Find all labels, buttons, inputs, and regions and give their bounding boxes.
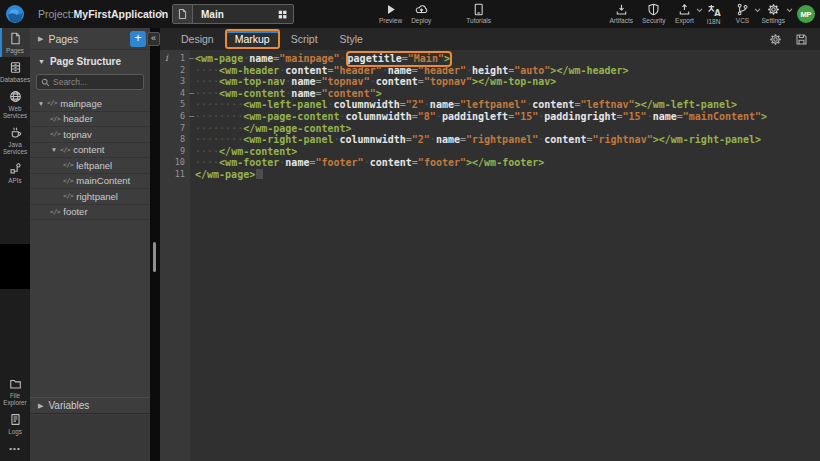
action-label: Tutorials [466,17,491,24]
gutter-info-marker: i [165,53,168,65]
code-text: <wm-page·name="mainpage"·pagetitle="Main… [190,53,453,65]
i18n-button[interactable]: AI18N [702,1,726,25]
tree-item-header[interactable]: </>header [30,112,150,128]
tree-item-mainpage[interactable]: ▼</>mainpage [30,96,150,112]
tree-item-topnav[interactable]: </>topnav [30,127,150,143]
gutter-cell[interactable]: 9 [160,146,190,158]
fold-toggle-icon[interactable]: ─ [189,111,194,123]
code-line-11: 11</wm-page> [160,169,820,181]
sidebar-item-pages[interactable]: Pages [0,28,30,57]
chevron-down-icon[interactable]: ▼ [49,146,59,153]
upload-tray-icon [678,3,691,16]
deploy-button[interactable]: Deploy [409,1,433,24]
text-cursor [256,169,263,179]
gutter-cell[interactable]: 8 [160,134,190,146]
user-avatar[interactable]: MP [797,5,815,23]
svg-text:A: A [714,8,721,17]
sidebar-item-databases[interactable]: Databases [0,57,30,86]
code-text: ····<wm-footer·name="footer"·content="fo… [190,157,544,169]
artifacts-button[interactable]: Artifacts [608,1,635,24]
gutter-cell[interactable]: 11 [160,169,190,181]
security-button[interactable]: Security [640,1,667,24]
sidebar-item-logs[interactable]: Logs [0,409,30,438]
tree-item-content[interactable]: ▼</>content [30,143,150,159]
tab-script[interactable]: Script [280,28,329,50]
tutorials-icon [472,3,485,16]
gutter-cell[interactable]: 6─ [160,111,190,123]
sidebar-item-apis[interactable]: APIs [0,158,30,187]
gutter-cell[interactable]: i1─ [160,53,190,65]
sidebar-item-label: File Explorer [0,392,30,406]
logs-icon [9,413,22,426]
page-icon [9,32,22,45]
sidebar-item-java-services[interactable]: Java Services [0,122,30,158]
scrollbar-thumb[interactable] [153,242,156,272]
chevron-right-icon: ▶ [38,402,43,410]
gutter-cell[interactable]: 2 [160,65,190,77]
cloud-upload-icon [415,3,428,16]
line-number: 5 [180,99,185,111]
line-number: 2 [180,65,185,77]
page-structure-header[interactable]: ▼ Page Structure [30,50,150,72]
gear-icon [767,3,780,16]
gutter-cell[interactable]: 3 [160,76,190,88]
code-line-5: 5········<wm-left-panel·columnwidth="2"·… [160,99,820,111]
code-tag-icon: </> [60,146,70,154]
settings-button[interactable]: Settings [760,1,788,24]
gear-icon[interactable] [769,33,782,46]
tab-design[interactable]: Design [170,28,225,50]
preview-button[interactable]: Preview [377,1,404,24]
fold-toggle-icon[interactable]: ─ [189,88,194,100]
sidebar-more-button[interactable]: ••• [0,438,30,461]
gutter-cell[interactable]: 5 [160,99,190,111]
database-icon [9,61,22,74]
tree-item-leftpanel[interactable]: </>leftpanel [30,158,150,174]
code-line-8: 8········<wm-right-panel·columnwidth="2"… [160,134,820,146]
tree-item-footer[interactable]: </>footer [30,205,150,221]
breadcrumb-chevron-icon[interactable]: › [159,4,164,20]
pages-panel-header[interactable]: ▶ Pages + [30,28,150,50]
sidebar-item-web-services[interactable]: Web Services [0,86,30,122]
add-page-button[interactable]: + [130,31,146,47]
code-text: ········</wm-page-content> [190,123,352,135]
translate-icon: A [707,3,721,17]
sidebar-item-label: Logs [8,428,22,435]
chevron-down-icon [786,8,793,13]
save-icon[interactable] [795,33,808,46]
export-button[interactable]: Export [673,1,697,24]
sidebar-item-label: Databases [0,76,30,83]
tab-markup[interactable]: Markup [225,29,280,49]
variables-section-header[interactable]: ▶ Variables [30,397,150,414]
project-name: Project:MyFirstApplication [38,0,168,28]
tutorials-button[interactable]: Tutorials [464,1,493,24]
panel-divider: « [150,28,160,461]
tree-item-rightpanel[interactable]: </>rightpanel [30,189,150,205]
topbar-actions-left: PreviewDeployTutorials [377,1,493,28]
code-tag-icon: </> [47,99,57,107]
page-tab-label: Main [193,9,277,20]
left-icon-sidebar: PagesDatabasesWeb ServicesJava ServicesA… [0,28,30,461]
open-page-tab[interactable]: Main [172,4,294,24]
fold-toggle-icon[interactable]: ─ [189,53,194,65]
sidebar-item-file-explorer[interactable]: File Explorer [0,373,30,409]
search-input[interactable] [53,77,139,87]
wavemaker-logo-icon[interactable] [4,3,26,25]
tab-style[interactable]: Style [329,28,374,50]
grid-icon[interactable] [277,9,288,20]
code-line-3: 3····<wm-top-nav·name="topnav"·content="… [160,76,820,88]
line-number: 3 [180,76,185,88]
code-tag-icon: </> [50,130,60,138]
markup-code-editor[interactable]: i1─<wm-page·name="mainpage"·pagetitle="M… [160,50,820,461]
vcs-button[interactable]: VCS [731,1,755,24]
collapse-panel-button[interactable]: « [147,32,160,46]
gutter-cell[interactable]: 4─ [160,88,190,100]
tree-item-label: rightpanel [76,191,118,202]
tree-item-mainContent[interactable]: </>mainContent [30,174,150,190]
gutter-cell[interactable]: 7 [160,123,190,135]
gutter-cell[interactable]: 10 [160,157,190,169]
action-label: Deploy [411,17,431,24]
chevron-down-icon[interactable]: ▼ [36,100,46,107]
code-text: ········<wm-left-panel·columnwidth="2"·n… [190,99,737,111]
code-text: ········<wm-page-content·columnwidth="8"… [190,111,767,123]
coffee-icon [9,126,22,139]
